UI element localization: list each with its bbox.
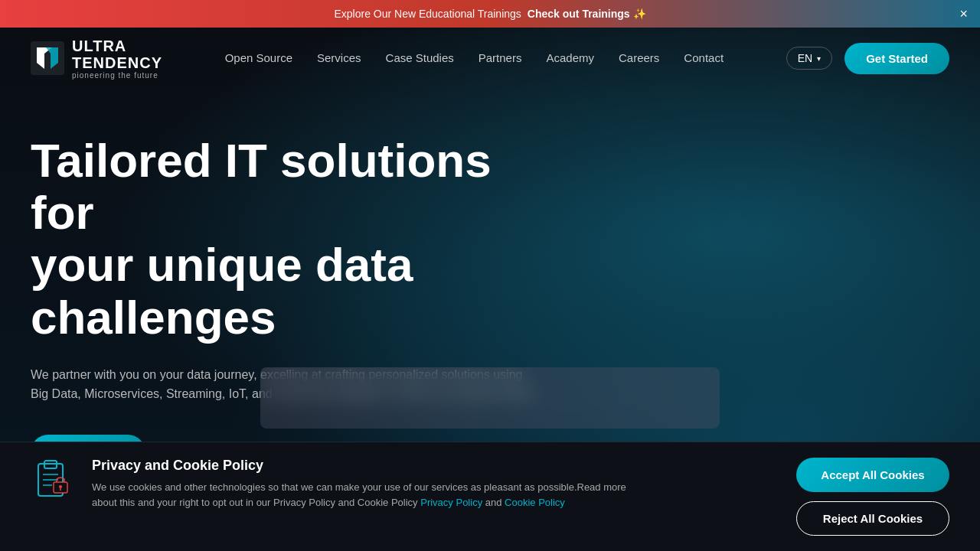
nav-services[interactable]: Services — [317, 51, 361, 64]
nav-right: EN ▾ Get Started — [786, 43, 949, 74]
cookie-title: Privacy and Cookie Policy — [92, 458, 628, 474]
cookie-buttons: Accept All Cookies Reject All Cookies — [796, 458, 949, 536]
cookie-body: We use cookies and other technologies so… — [92, 480, 628, 510]
logo-tagline: pioneering the future — [72, 71, 162, 80]
language-selector[interactable]: EN ▾ — [786, 47, 832, 70]
lang-current: EN — [798, 52, 812, 64]
hero-section: Tailored IT solutions for your unique da… — [0, 89, 582, 500]
hero-heading: Tailored IT solutions for your unique da… — [31, 135, 551, 344]
nav-links: Open Source Services Case Studies Partne… — [225, 51, 724, 65]
svg-rect-0 — [31, 41, 64, 75]
reject-cookies-button[interactable]: Reject All Cookies — [796, 501, 949, 536]
cookie-banner: Privacy and Cookie Policy We use cookies… — [0, 442, 980, 551]
logo[interactable]: ULTRATENDENCY pioneering the future — [31, 37, 162, 80]
banner-link[interactable]: Check out Trainings ✨ — [528, 8, 646, 20]
logo-brand-name: ULTRATENDENCY — [72, 37, 162, 71]
banner-link-text: Check out Trainings ✨ — [528, 8, 646, 20]
nav-partners[interactable]: Partners — [479, 51, 522, 64]
chevron-down-icon: ▾ — [817, 54, 821, 63]
logo-icon — [31, 41, 64, 75]
logo-text: ULTRATENDENCY pioneering the future — [72, 37, 162, 80]
cookie-text: Privacy and Cookie Policy We use cookies… — [92, 458, 628, 510]
banner-close-button[interactable]: × — [959, 7, 968, 21]
top-banner: Explore Our New Educational Trainings Ch… — [0, 0, 980, 28]
navbar: ULTRATENDENCY pioneering the future Open… — [0, 28, 980, 89]
accept-cookies-button[interactable]: Accept All Cookies — [796, 458, 949, 492]
nav-academy[interactable]: Academy — [546, 51, 594, 64]
nav-case-studies[interactable]: Case Studies — [386, 51, 454, 64]
nav-get-started-button[interactable]: Get Started — [844, 43, 949, 74]
blurred-content-area — [260, 367, 720, 429]
cookie-policy-link[interactable]: Cookie Policy — [505, 497, 565, 508]
banner-text: Explore Our New Educational Trainings — [334, 8, 521, 20]
cookie-policy-icon — [31, 458, 77, 504]
nav-open-source[interactable]: Open Source — [225, 51, 292, 64]
privacy-policy-link[interactable]: Privacy Policy — [420, 497, 482, 508]
cookie-left: Privacy and Cookie Policy We use cookies… — [31, 458, 628, 510]
hero-heading-line2: your unique data challenges — [31, 238, 413, 343]
nav-careers[interactable]: Careers — [619, 51, 659, 64]
nav-contact[interactable]: Contact — [684, 51, 724, 64]
hero-heading-line1: Tailored IT solutions for — [31, 134, 492, 239]
svg-point-7 — [59, 485, 62, 488]
